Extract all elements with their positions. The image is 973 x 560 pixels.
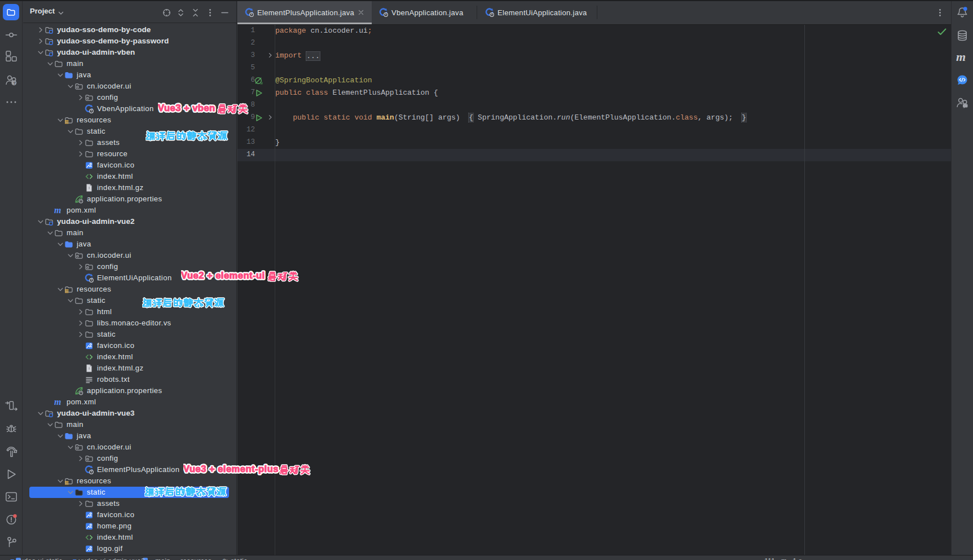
svg-text:Vue3 + vben: Vue3 + vben bbox=[158, 103, 215, 113]
svg-text:Vue2 + element-ui: Vue2 + element-ui bbox=[181, 270, 265, 280]
svg-text:Vue3 + element-plus: Vue3 + element-plus bbox=[183, 464, 279, 474]
svg-text:?: ? bbox=[13, 81, 16, 86]
